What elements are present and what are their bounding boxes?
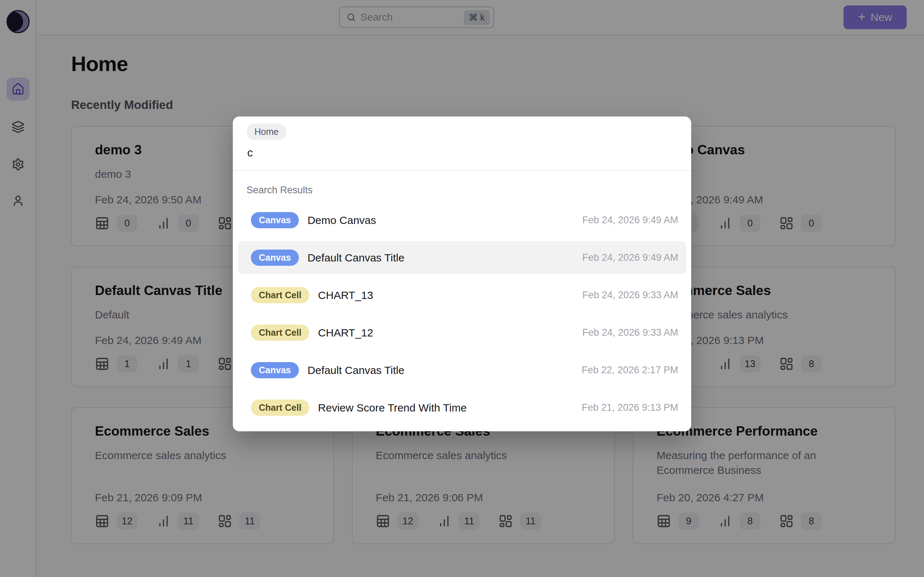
modal-search-input[interactable]: c <box>247 147 691 162</box>
result-date: Feb 24, 2026 9:49 AM <box>582 252 678 263</box>
search-modal: Home c Search Results Canvas Demo Canvas… <box>233 116 691 431</box>
chart-badge: Chart Cell <box>251 400 309 416</box>
search-result-row[interactable]: Canvas Default Canvas Title Feb 22, 2026… <box>238 354 686 387</box>
result-date: Feb 21, 2026 9:13 PM <box>582 402 678 413</box>
search-result-row[interactable]: Chart Cell Review Score Trend With Time … <box>238 391 686 424</box>
result-label: Review Score Trend With Time <box>318 402 573 414</box>
scope-chip-home[interactable]: Home <box>247 124 287 140</box>
canvas-badge: Canvas <box>251 212 299 228</box>
result-label: Demo Canvas <box>307 214 573 226</box>
result-label: CHART_12 <box>318 327 573 339</box>
search-result-row[interactable]: Chart Cell CHART_13 Feb 24, 2026 9:33 AM <box>238 279 686 311</box>
canvas-badge: Canvas <box>251 362 299 378</box>
canvas-badge: Canvas <box>251 250 299 266</box>
chart-badge: Chart Cell <box>251 324 309 341</box>
modal-divider <box>233 170 691 171</box>
result-date: Feb 24, 2026 9:33 AM <box>582 290 678 301</box>
result-date: Feb 24, 2026 9:33 AM <box>582 327 678 338</box>
search-result-row[interactable]: Canvas Default Canvas Title Feb 24, 2026… <box>238 241 686 274</box>
result-date: Feb 22, 2026 2:17 PM <box>582 364 678 376</box>
results-heading: Search Results <box>247 185 691 196</box>
chart-badge: Chart Cell <box>251 287 309 303</box>
result-label: CHART_13 <box>318 289 573 301</box>
results-list: Canvas Demo Canvas Feb 24, 2026 9:49 AM … <box>233 204 691 424</box>
search-result-row[interactable]: Chart Cell CHART_12 Feb 24, 2026 9:33 AM <box>238 316 686 349</box>
result-label: Default Canvas Title <box>307 252 573 264</box>
search-result-row[interactable]: Canvas Demo Canvas Feb 24, 2026 9:49 AM <box>238 204 686 237</box>
result-label: Default Canvas Title <box>307 364 573 377</box>
result-date: Feb 24, 2026 9:49 AM <box>582 214 678 226</box>
